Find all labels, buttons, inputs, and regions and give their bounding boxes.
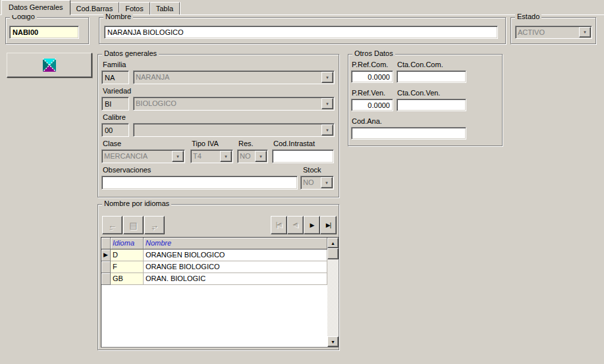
estado-combobox-value: ACTIVO <box>516 26 578 38</box>
nombre-group: Nombre <box>99 17 506 44</box>
tipo-iva-dropdown-button: ▼ <box>220 151 232 162</box>
cta-con-com-input[interactable] <box>397 70 466 83</box>
row-indicator-cell <box>101 261 111 273</box>
table-row[interactable]: ▶ D ORANGEN BIOLOGICO <box>101 249 327 261</box>
variedad-combobox: BIOLOGICO ▼ <box>133 97 335 111</box>
res-label: Res. <box>238 140 254 147</box>
cod-intrastat-label: Cod.Intrastat <box>273 140 315 147</box>
edit-language-button: ▤ <box>123 216 144 234</box>
calibre-label: Calibre <box>103 113 126 121</box>
chevron-down-icon: ▼ <box>325 128 329 132</box>
idioma-cell[interactable]: D <box>111 249 144 261</box>
familia-combobox: NARANJA ▼ <box>133 70 335 84</box>
cta-con-ven-input[interactable] <box>397 99 466 111</box>
left-arrow-minus-icon: ←− <box>108 221 117 230</box>
row-indicator-cell: ▶ <box>101 249 111 261</box>
nombre-cell[interactable]: ORANGEN BIOLOGICO <box>144 249 327 261</box>
table-row[interactable]: F ORANGE BIOLOGICO <box>101 261 327 273</box>
tipo-iva-combobox: T4 ▼ <box>190 149 233 163</box>
stock-label: Stock <box>303 166 321 174</box>
scrollbar-thumb[interactable] <box>327 248 339 259</box>
first-record-icon: |◀ <box>277 222 281 228</box>
familia-combobox-value: NARANJA <box>134 71 321 84</box>
clase-dropdown-button: ▼ <box>172 151 184 162</box>
right-arrow-plus-icon: →+ <box>150 221 159 230</box>
calibre-combobox-value <box>134 124 321 136</box>
nav-next-button[interactable]: ▶ <box>304 216 320 234</box>
tipo-iva-combobox-value: T4 <box>191 150 219 163</box>
nombre-cell[interactable]: ORAN. BIOLOGIC <box>144 273 327 285</box>
stock-dropdown-button: ▼ <box>321 177 333 188</box>
idiomas-group: Nombre por idiomas ←− ▤ →+ |◀ ◀ ▶ ▶| <box>97 204 339 350</box>
familia-label: Familia <box>103 61 126 68</box>
tipo-iva-label: Tipo IVA <box>192 140 219 147</box>
prior-record-icon: ◀ <box>294 222 298 228</box>
product-form-window: Datos Generales Cod.Barras Fotos Tabla C… <box>0 0 604 364</box>
pref-com-label: P.Ref.Com. <box>352 61 388 68</box>
observaciones-label: Observaciones <box>103 166 151 174</box>
chevron-down-icon: ▼ <box>259 155 263 159</box>
add-language-button: →+ <box>144 216 165 234</box>
estado-group: Estado ACTIVO ▼ <box>510 17 596 44</box>
variedad-label: Variedad <box>103 87 131 95</box>
scroll-down-icon: ▼ <box>331 340 335 344</box>
observaciones-input[interactable] <box>101 176 298 190</box>
variedad-dropdown-button: ▼ <box>321 98 333 109</box>
scroll-up-icon: ▲ <box>331 241 335 246</box>
tab-datos-generales[interactable]: Datos Generales <box>1 0 70 15</box>
cta-con-com-label: Cta.Con.Com. <box>397 61 443 68</box>
grid-scrollbar[interactable]: ▲ ▼ <box>327 238 339 347</box>
familia-dropdown-button: ▼ <box>321 72 333 83</box>
idiomas-group-title: Nombre por idiomas <box>102 199 171 208</box>
cod-ana-label: Cod.Ana. <box>352 117 382 125</box>
chevron-down-icon: ▼ <box>325 76 329 80</box>
pref-ven-input[interactable] <box>351 99 393 111</box>
current-row-icon: ▶ <box>103 252 108 258</box>
otros-datos-title: Otros Datos <box>352 49 395 58</box>
cod-intrastat-input[interactable] <box>272 149 334 163</box>
res-dropdown-button: ▼ <box>255 151 267 162</box>
calibre-dropdown-button: ▼ <box>321 124 333 136</box>
datos-generales-group: Datos generales Familia NARANJA ▼ Varied… <box>97 54 339 197</box>
remove-language-button: ←− <box>102 216 123 234</box>
otros-datos-group: Otros Datos P.Ref.Com. Cta.Con.Com. P.Re… <box>348 54 503 146</box>
nav-first-button: |◀ <box>271 216 287 234</box>
estado-dropdown-button: ▼ <box>579 27 591 38</box>
nav-last-button[interactable]: ▶| <box>320 216 337 234</box>
pref-ven-label: P.Ref.Ven. <box>352 89 385 97</box>
next-record-icon: ▶ <box>310 222 314 228</box>
grid-header-gutter <box>101 238 111 249</box>
table-row[interactable]: GB ORAN. BIOLOGIC <box>101 273 327 285</box>
chevron-down-icon: ▼ <box>583 30 587 34</box>
tab-tabla[interactable]: Tabla <box>150 2 180 15</box>
nombre-cell[interactable]: ORANGE BIOLOGICO <box>144 261 327 273</box>
grid-header-nombre[interactable]: Nombre <box>144 238 327 249</box>
variedad-code-field <box>101 97 129 111</box>
scroll-up-button[interactable]: ▲ <box>327 238 339 248</box>
clase-combobox-value: MERCANCIA <box>102 150 171 163</box>
cod-ana-input[interactable] <box>351 127 466 140</box>
idioma-cell[interactable]: F <box>111 261 144 273</box>
estado-group-title: Estado <box>515 13 541 21</box>
scroll-down-button[interactable]: ▼ <box>327 336 339 347</box>
nombre-group-title: Nombre <box>103 13 133 21</box>
grid-header-row: Idioma Nombre <box>101 238 327 249</box>
nombre-input[interactable] <box>104 26 498 39</box>
calibre-code-field <box>101 123 129 137</box>
grid-header-idioma[interactable]: Idioma <box>111 238 144 249</box>
clase-label: Clase <box>103 140 121 147</box>
codigo-group: Código <box>5 17 89 44</box>
datos-generales-title: Datos generales <box>102 49 159 58</box>
pref-com-input[interactable] <box>351 70 393 83</box>
pyramid-view-button[interactable] <box>7 53 92 78</box>
idioma-cell[interactable]: GB <box>111 273 144 285</box>
languages-grid: Idioma Nombre ▶ D ORANGEN BIOLOGICO F OR… <box>101 237 339 348</box>
row-indicator-cell <box>101 273 111 285</box>
estado-combobox: ACTIVO ▼ <box>515 26 592 39</box>
codigo-input[interactable] <box>9 26 79 39</box>
scrollbar-track[interactable] <box>327 259 339 336</box>
res-combobox-value: NO <box>238 150 254 163</box>
chevron-down-icon: ▼ <box>176 155 180 159</box>
nav-prior-button: ◀ <box>287 216 304 234</box>
clase-combobox: MERCANCIA ▼ <box>101 149 185 163</box>
